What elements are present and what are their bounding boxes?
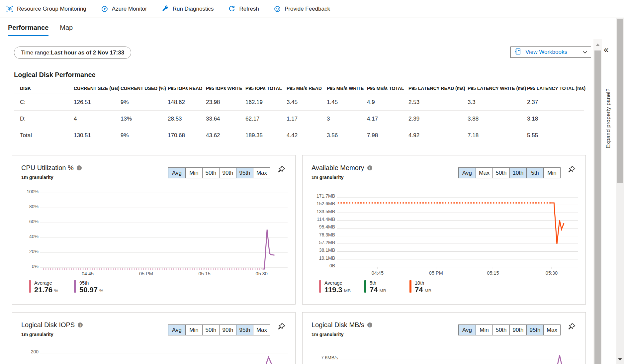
table-cell: 162.19 — [239, 99, 281, 106]
disk-performance-table: DISK CURRENT SIZE (GB) CURRENT USED (%) … — [14, 83, 584, 143]
refresh-button[interactable]: Refresh — [228, 5, 259, 13]
workbooks-label: View Workbooks — [525, 49, 567, 55]
y-axis-label: 100% — [7, 189, 39, 194]
aggregation-button[interactable]: Avg — [459, 168, 476, 178]
x-axis-label: 05:30 — [256, 271, 268, 276]
column-header: P95 LATENCY READ (ms) — [402, 86, 462, 91]
legend-color-bar — [364, 280, 366, 293]
collapse-panel-button[interactable]: « — [604, 45, 608, 54]
page-scrollbar[interactable] — [616, 18, 624, 364]
time-range-pill[interactable]: Time range: Last hour as of 2 Nov 17:33 — [14, 46, 131, 59]
x-axis-label: 04:45 — [372, 270, 384, 276]
y-axis-label: 133.5MB — [304, 209, 335, 214]
legend-value: 74 — [415, 286, 423, 294]
run-diagnostics-button[interactable]: Run Diagnostics — [162, 5, 214, 13]
aggregation-button[interactable]: Max — [253, 325, 270, 335]
table-cell: 3.18 — [521, 116, 584, 122]
y-axis-label: 80% — [7, 204, 39, 209]
toolbar-item-label: Azure Monitor — [112, 6, 147, 12]
legend-color-bar — [74, 280, 76, 293]
granularity-label: 1m granularity — [21, 332, 53, 337]
table-cell: 7.98 — [361, 132, 402, 139]
aggregation-button[interactable]: Avg — [459, 325, 476, 335]
aggregation-button[interactable]: Max — [476, 168, 492, 178]
table-cell: 3.56 — [321, 132, 361, 139]
aggregation-button[interactable]: 95th — [526, 325, 543, 335]
scrollbar-thumb[interactable] — [594, 50, 601, 364]
legend-color-bar — [409, 280, 411, 293]
pin-icon[interactable] — [278, 166, 286, 175]
y-axis-label: 200 — [7, 349, 39, 354]
page-scrollbar-thumb[interactable] — [617, 19, 623, 183]
table-cell: 1.45 — [321, 99, 361, 106]
aggregation-button[interactable]: 90th — [509, 325, 526, 335]
aggregation-button[interactable]: Min — [476, 325, 492, 335]
legend-value: 50.97 — [79, 286, 98, 294]
info-icon[interactable] — [78, 322, 83, 327]
x-axis-label: 05:30 — [546, 270, 558, 276]
y-axis-label: 0B — [304, 263, 335, 268]
resource-group-monitoring-button[interactable]: Resource Group Monitoring — [6, 5, 86, 13]
feedback-smiley-icon — [274, 5, 281, 13]
aggregation-button[interactable]: 95th — [236, 325, 253, 335]
aggregation-button[interactable]: Min — [185, 168, 202, 178]
view-tabs: Performance Map — [8, 24, 73, 36]
table-cell: 4.9 — [361, 99, 402, 106]
azure-monitor-button[interactable]: Azure Monitor — [101, 5, 147, 13]
scroll-down-arrow-icon[interactable] — [618, 358, 622, 361]
pin-icon[interactable] — [568, 166, 576, 175]
scroll-up-arrow-icon[interactable] — [596, 44, 600, 46]
aggregation-button[interactable]: 50th — [202, 325, 219, 335]
legend-value: 21.76 — [34, 286, 52, 294]
view-workbooks-dropdown[interactable]: View Workbooks — [510, 46, 591, 58]
provide-feedback-button[interactable]: Provide Feedback — [274, 5, 330, 13]
aggregation-button[interactable]: 5th — [526, 168, 543, 178]
table-cell: 5.55 — [521, 132, 584, 139]
aggregation-button[interactable]: Min — [543, 168, 560, 178]
table-cell: Total — [14, 132, 68, 139]
column-header: P95 LATENCY TOTAL (ms) — [521, 86, 585, 91]
table-cell: 1.17 — [281, 116, 321, 122]
pin-icon[interactable] — [278, 323, 286, 332]
aggregation-button[interactable]: Min — [185, 325, 202, 335]
granularity-label: 1m granularity — [312, 332, 343, 337]
pin-icon[interactable] — [568, 323, 576, 332]
table-row: C: 126.51 9% 148.62 23.98 162.19 3.45 1.… — [14, 94, 584, 110]
aggregation-button[interactable]: Max — [543, 325, 560, 335]
y-axis-label: 19.1MB — [304, 255, 335, 261]
x-axis-label: 05:15 — [199, 271, 211, 276]
legend-unit: MB — [424, 288, 431, 293]
aggregation-button[interactable]: 50th — [492, 168, 509, 178]
aggregation-button[interactable]: Max — [253, 168, 270, 178]
granularity-label: 1m granularity — [312, 175, 343, 180]
aggregation-button-group: Avg Min 50th 90th 95th Max — [168, 167, 270, 178]
aggregation-button[interactable]: Avg — [168, 325, 185, 335]
info-icon[interactable] — [367, 322, 372, 327]
tab-performance[interactable]: Performance — [8, 24, 48, 36]
content-scrollbar[interactable] — [593, 39, 602, 364]
legend-color-bar — [29, 280, 31, 293]
tab-map[interactable]: Map — [60, 24, 73, 36]
table-row: D: 4 13% 28.53 33.64 62.17 1.17 3 4.17 2… — [14, 110, 584, 127]
table-cell: 170.68 — [162, 132, 200, 139]
aggregation-button[interactable]: 90th — [219, 168, 236, 178]
aggregation-button[interactable]: 90th — [219, 325, 236, 335]
toolbar-item-label: Run Diagnostics — [173, 6, 214, 12]
iops-chart-plot — [12, 313, 295, 364]
aggregation-button[interactable]: 10th — [509, 168, 526, 178]
x-axis-label: 05 PM — [139, 271, 153, 276]
aggregation-button[interactable]: 50th — [202, 168, 219, 178]
disk-table-title: Logical Disk Performance — [14, 71, 96, 79]
y-axis-label: 152.6MB — [304, 201, 335, 206]
aggregation-button[interactable]: 95th — [236, 168, 253, 178]
info-icon[interactable] — [77, 165, 82, 170]
y-axis-label: 20% — [7, 249, 39, 254]
expand-property-panel-label[interactable]: Expand property panel? — [605, 88, 612, 148]
aggregation-button[interactable]: 50th — [492, 325, 509, 335]
legend-item: 10th 74 MB — [409, 280, 455, 294]
y-axis-label: 38.1MB — [304, 247, 335, 253]
aggregation-button[interactable]: Avg — [168, 168, 185, 178]
cpu-utilization-card: CPU Utilization % 1m granularity Avg Min… — [12, 155, 296, 305]
info-icon[interactable] — [367, 165, 372, 170]
column-header: CURRENT USED (%) — [115, 86, 162, 91]
